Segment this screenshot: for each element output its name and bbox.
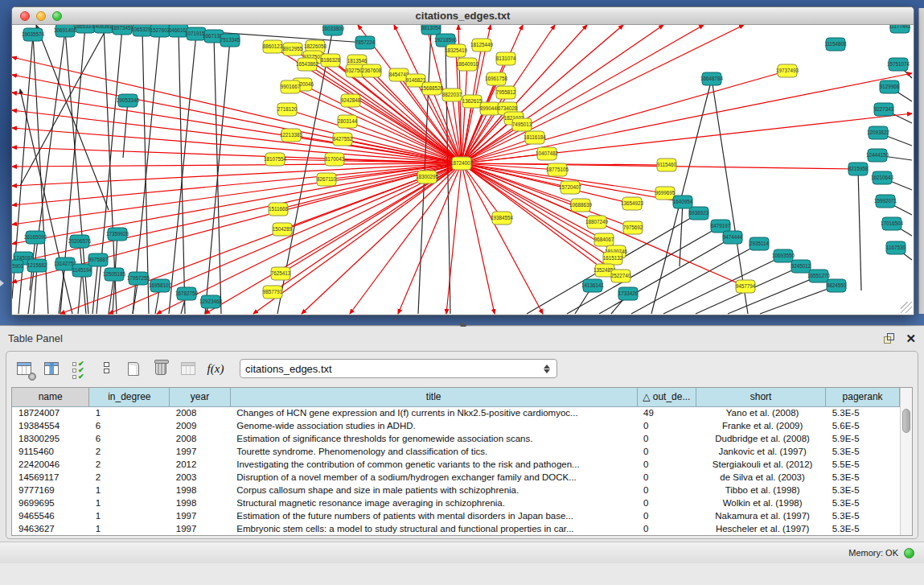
table-row[interactable]: 911546021997Tourette syndrome. Phenomeno… — [12, 445, 900, 458]
graph-node[interactable]: 7625413 — [271, 267, 291, 280]
table-cell[interactable]: 0 — [637, 458, 696, 471]
graph-node[interactable]: 18300295 — [416, 171, 439, 183]
graph-node[interactable]: 1167530 — [886, 241, 906, 254]
table-cell[interactable]: 9463627 — [12, 522, 89, 535]
graph-edge[interactable] — [12, 163, 462, 186]
delete-column-icon[interactable] — [151, 359, 170, 378]
table-cell[interactable]: 0 — [637, 496, 696, 509]
table-cell[interactable]: 6 — [89, 432, 170, 445]
table-cell[interactable]: Changes of HCN gene expression and I(f) … — [230, 406, 637, 419]
column-header-pagerank[interactable]: pagerank — [826, 388, 900, 406]
graph-node[interactable]: 1145194 — [72, 264, 92, 277]
graph-edge[interactable] — [462, 163, 613, 258]
graph-node[interactable]: 16543862 — [296, 58, 319, 71]
window-titlebar[interactable]: citations_edges.txt — [12, 7, 914, 25]
graph-node[interactable]: 10407482 — [536, 147, 559, 160]
table-cell[interactable]: de Silva et al. (2003) — [696, 471, 826, 484]
table-cell[interactable]: 1997 — [170, 522, 230, 535]
table-cell[interactable]: 1998 — [170, 484, 230, 496]
table-cell[interactable]: Estimation of the future numbers of pati… — [230, 509, 637, 522]
graph-node[interactable]: 17957255 — [127, 272, 150, 285]
graph-node[interactable]: 8170043 — [325, 153, 345, 166]
graph-edge[interactable] — [142, 30, 149, 314]
column-select-icon[interactable] — [42, 359, 61, 378]
graph-node[interactable]: 7955812 — [496, 86, 516, 99]
graph-node[interactable]: 17016504 — [881, 217, 904, 230]
graph-edge[interactable] — [12, 163, 462, 225]
graph-node[interactable]: 29053346 — [117, 94, 140, 107]
table-cell[interactable]: 5.3E-5 — [826, 484, 900, 496]
graph-edge[interactable] — [179, 31, 185, 314]
graph-node[interactable]: 18807249 — [585, 216, 609, 229]
graph-edge[interactable] — [663, 256, 783, 314]
column-header-name[interactable]: name — [12, 388, 89, 406]
table-cell[interactable]: Tibbo et al. (1998) — [696, 484, 826, 496]
table-cell[interactable]: 6 — [89, 419, 170, 432]
table-cell[interactable]: 5.6E-5 — [826, 419, 900, 432]
table-cell[interactable]: 22420046 — [12, 458, 89, 471]
graph-node[interactable]: 12093822 — [867, 126, 890, 139]
table-cell[interactable]: 2 — [89, 445, 170, 458]
table-cell[interactable]: Dudbridge et al. (2008) — [696, 432, 826, 445]
graph-edge[interactable] — [760, 286, 836, 314]
table-row[interactable]: 2242004622012Investigating the contribut… — [12, 458, 900, 471]
graph-node[interactable]: 9857791 — [263, 286, 283, 299]
table-cell[interactable]: 2 — [89, 458, 170, 471]
table-cell[interactable]: 0 — [637, 432, 696, 445]
graph-node[interactable]: 8267110 — [317, 173, 337, 186]
graph-node[interactable]: 8938923 — [689, 207, 709, 220]
table-cell[interactable]: 5.3E-5 — [826, 406, 900, 419]
graph-node[interactable]: 8427552 — [333, 133, 353, 146]
table-vertical-scrollbar[interactable] — [900, 388, 912, 535]
table-row[interactable]: 969969511998Structural magnetic resonanc… — [12, 496, 900, 509]
graph-node[interactable]: 16033809 — [322, 25, 345, 35]
table-row[interactable]: 977716911998Corpus callosum shape and si… — [12, 484, 900, 496]
graph-node[interactable]: 19035574 — [22, 28, 45, 41]
table-cell[interactable]: 14569117 — [12, 471, 89, 484]
graph-node[interactable]: 9474444 — [723, 231, 743, 244]
table-cell[interactable]: Structural magnetic resonance image aver… — [230, 496, 637, 509]
column-header-title[interactable]: title — [230, 388, 637, 406]
graph-node[interactable]: 9699695 — [655, 187, 676, 200]
table-cell[interactable]: Wolkin et al. (1998) — [696, 496, 826, 509]
graph-node[interactable]: 1511668 — [269, 203, 289, 216]
table-cell[interactable]: 18724007 — [12, 406, 89, 419]
graph-node[interactable]: 8131074 — [496, 52, 516, 65]
graph-edge[interactable] — [59, 264, 65, 314]
graph-node[interactable]: 9824550 — [827, 279, 847, 292]
column-header-in_degree[interactable]: in_degree — [89, 388, 170, 406]
graph-node[interactable]: 26165090 — [24, 231, 47, 244]
graph-node[interactable]: 18325419 — [445, 44, 468, 57]
table-cell[interactable]: 2003 — [170, 471, 230, 484]
graph-node[interactable]: 9901667 — [281, 80, 301, 93]
table-cell[interactable]: Nakamura et al. (1997) — [696, 509, 826, 522]
select-all-columns-icon[interactable]: ✔ ✔ ✔ — [69, 359, 88, 378]
graph-node[interactable]: 7495013 — [512, 118, 532, 131]
graph-node-hub[interactable]: 18724007 — [450, 157, 474, 170]
table-cell[interactable]: 1 — [89, 509, 170, 522]
graph-node[interactable]: 19384554 — [491, 212, 514, 225]
table-row[interactable]: 946554611997Estimation of the future num… — [12, 509, 900, 522]
table-cell[interactable]: 5.9E-5 — [826, 432, 900, 445]
table-cell[interactable]: 1998 — [170, 496, 230, 509]
table-cell[interactable]: 9465546 — [12, 509, 89, 522]
graph-node[interactable]: 1215682 — [27, 259, 47, 272]
graph-edge[interactable] — [858, 169, 861, 290]
graph-node[interactable]: 17359928 — [106, 228, 129, 241]
graph-node[interactable]: 15992071 — [874, 195, 897, 208]
table-cell[interactable]: 0 — [637, 445, 696, 458]
graph-node[interactable]: 8822037 — [442, 89, 462, 101]
table-cell[interactable]: 9115460 — [12, 445, 89, 458]
zoom-window-button[interactable] — [52, 11, 62, 21]
new-column-icon[interactable] — [124, 359, 143, 378]
table-cell[interactable]: Disruption of a novel member of a sodium… — [230, 471, 637, 484]
table-cell[interactable]: 1997 — [170, 445, 230, 458]
table-cell[interactable]: 2009 — [170, 419, 230, 432]
float-panel-icon[interactable] — [884, 333, 894, 344]
minimize-window-button[interactable] — [36, 11, 46, 21]
graph-node[interactable]: 14136141 — [581, 279, 605, 292]
table-cell[interactable]: 1 — [89, 522, 170, 535]
close-panel-icon[interactable]: ✕ — [906, 332, 916, 344]
graph-node[interactable]: 9975887 — [88, 253, 109, 266]
graph-node[interactable]: 11154808 — [824, 38, 847, 51]
